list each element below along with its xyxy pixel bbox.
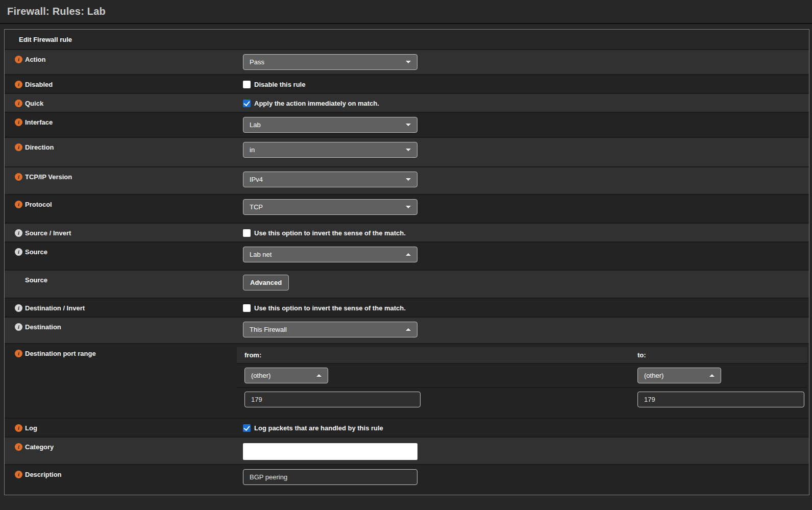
info-icon[interactable]: i bbox=[15, 323, 22, 331]
row-destination: i Destination This Firewall bbox=[5, 317, 809, 343]
log-checkbox[interactable] bbox=[243, 424, 251, 432]
port-to-input[interactable] bbox=[637, 392, 804, 407]
chevron-up-icon bbox=[709, 374, 715, 377]
info-icon[interactable]: i bbox=[15, 143, 22, 151]
row-source-invert: i Source / Invert Use this option to inv… bbox=[5, 223, 809, 241]
info-icon[interactable]: i bbox=[15, 100, 22, 107]
checkbox-label: Use this option to invert the sense of t… bbox=[254, 304, 406, 312]
chevron-down-icon bbox=[406, 149, 411, 151]
direction-select-value: in bbox=[250, 146, 255, 154]
info-icon[interactable]: i bbox=[15, 304, 22, 312]
checkbox-label: Use this option to invert the sense of t… bbox=[254, 229, 406, 237]
row-label: TCP/IP Version bbox=[25, 173, 72, 181]
info-icon[interactable]: i bbox=[15, 118, 22, 126]
row-label: Source bbox=[25, 248, 47, 256]
disabled-checkbox[interactable] bbox=[243, 81, 251, 88]
row-destination-invert: i Destination / Invert Use this option t… bbox=[5, 298, 809, 317]
port-range-table: from: to: (other) (other) bbox=[237, 347, 807, 409]
port-to-select-value: (other) bbox=[644, 372, 663, 379]
action-select-value: Pass bbox=[250, 58, 264, 66]
interface-select[interactable]: Lab bbox=[243, 117, 417, 133]
row-label: Source bbox=[25, 276, 47, 284]
row-disabled: i Disabled Disable this rule bbox=[5, 74, 809, 93]
row-label: Destination port range bbox=[25, 350, 96, 358]
advanced-button[interactable]: Advanced bbox=[243, 275, 289, 290]
row-label: Description bbox=[25, 471, 62, 479]
checkbox-label: Log packets that are handled by this rul… bbox=[254, 424, 383, 432]
page-header: Firewall: Rules: Lab bbox=[0, 0, 812, 24]
row-label: Disabled bbox=[25, 81, 53, 89]
row-direction: i Direction in bbox=[5, 137, 809, 166]
port-from-header: from: bbox=[237, 347, 630, 363]
info-icon[interactable]: i bbox=[15, 471, 22, 478]
row-label: Protocol bbox=[25, 201, 52, 209]
row-category: i Category bbox=[5, 436, 809, 464]
port-from-select-value: (other) bbox=[251, 372, 270, 379]
info-icon[interactable]: i bbox=[15, 248, 22, 256]
source-select-value: Lab net bbox=[250, 251, 272, 258]
row-log: i Log Log packets that are handled by th… bbox=[5, 418, 809, 436]
row-action: i Action Pass bbox=[5, 49, 809, 74]
action-select[interactable]: Pass bbox=[243, 54, 417, 70]
info-icon[interactable]: i bbox=[15, 350, 22, 357]
row-label: Destination / Invert bbox=[25, 304, 85, 312]
row-label: Category bbox=[25, 443, 54, 451]
row-quick: i Quick Apply the action immediately on … bbox=[5, 93, 809, 112]
page-title: Firewall: Rules: Lab bbox=[7, 6, 106, 17]
row-label: Log bbox=[25, 424, 37, 432]
chevron-up-icon bbox=[406, 328, 411, 331]
row-label: Interface bbox=[25, 118, 53, 127]
info-icon[interactable]: i bbox=[15, 229, 22, 237]
row-source-advanced: Source Advanced bbox=[5, 270, 809, 298]
protocol-select-value: TCP bbox=[250, 203, 263, 211]
chevron-up-icon bbox=[406, 253, 411, 256]
edit-firewall-rule-panel: Edit Firewall rule i Action Pass i Disab… bbox=[4, 29, 809, 495]
chevron-up-icon bbox=[316, 374, 322, 377]
row-interface: i Interface Lab bbox=[5, 112, 809, 137]
row-destination-port-range: i Destination port range from: to: (othe… bbox=[5, 343, 809, 418]
source-select[interactable]: Lab net bbox=[243, 247, 417, 262]
row-description: i Description bbox=[5, 464, 809, 495]
chevron-down-icon bbox=[406, 61, 411, 63]
chevron-down-icon bbox=[406, 206, 411, 208]
destination-select-value: This Firewall bbox=[250, 326, 287, 333]
info-icon[interactable]: i bbox=[15, 424, 22, 432]
row-source: i Source Lab net bbox=[5, 241, 809, 270]
port-from-select[interactable]: (other) bbox=[244, 368, 328, 383]
checkbox-label: Apply the action immediately on match. bbox=[254, 100, 379, 107]
row-ip-version: i TCP/IP Version IPv4 bbox=[5, 166, 809, 194]
quick-checkbox[interactable] bbox=[243, 100, 251, 107]
row-label: Destination bbox=[25, 323, 61, 331]
info-icon[interactable]: i bbox=[15, 173, 22, 181]
chevron-down-icon bbox=[406, 178, 411, 181]
info-icon[interactable]: i bbox=[15, 81, 22, 88]
checkbox-label: Disable this rule bbox=[254, 81, 305, 88]
row-label: Direction bbox=[25, 143, 54, 152]
direction-select[interactable]: in bbox=[243, 142, 417, 158]
port-to-header: to: bbox=[630, 347, 807, 363]
info-icon[interactable]: i bbox=[15, 201, 22, 208]
destination-select[interactable]: This Firewall bbox=[243, 322, 417, 337]
row-label: Source / Invert bbox=[25, 229, 71, 237]
ip-version-select-value: IPv4 bbox=[250, 176, 263, 183]
info-icon[interactable]: i bbox=[15, 56, 22, 63]
port-to-select[interactable]: (other) bbox=[637, 368, 721, 383]
row-label: Action bbox=[25, 56, 45, 64]
interface-select-value: Lab bbox=[250, 121, 261, 129]
panel-title: Edit Firewall rule bbox=[5, 30, 809, 49]
chevron-down-icon bbox=[406, 124, 411, 126]
category-input[interactable] bbox=[243, 443, 417, 460]
row-protocol: i Protocol TCP bbox=[5, 194, 809, 223]
description-input[interactable] bbox=[243, 469, 417, 485]
source-invert-checkbox[interactable] bbox=[243, 229, 251, 237]
destination-invert-checkbox[interactable] bbox=[243, 304, 251, 312]
row-label: Quick bbox=[25, 100, 43, 108]
protocol-select[interactable]: TCP bbox=[243, 199, 417, 215]
ip-version-select[interactable]: IPv4 bbox=[243, 172, 417, 187]
info-icon[interactable]: i bbox=[15, 443, 22, 451]
port-from-input[interactable] bbox=[244, 392, 421, 407]
